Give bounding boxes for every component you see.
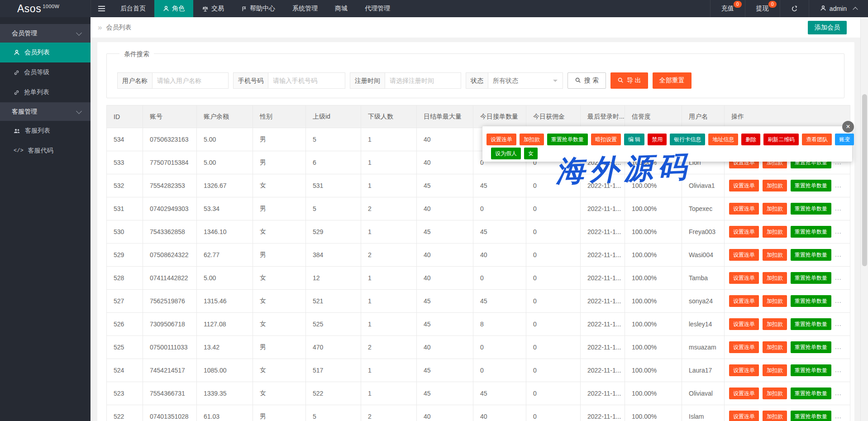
cell-daily_max: 45	[417, 174, 473, 197]
quick-action-提现[interactable]: 提现0	[745, 0, 780, 17]
row-action-加扣款[interactable]: 加扣款	[763, 364, 787, 376]
sidebar-item-label: 客服代码	[28, 147, 53, 155]
add-member-button[interactable]: 添加会员	[808, 21, 847, 34]
row-more-actions[interactable]: ...	[835, 366, 842, 373]
username-input[interactable]	[152, 72, 229, 89]
quick-action-label: 提现	[756, 5, 769, 13]
row-action-加扣款[interactable]: 加扣款	[763, 341, 787, 353]
row-action-加扣款[interactable]: 加扣款	[763, 411, 787, 421]
sidebar-item-客服代码[interactable]: </>客服代码	[0, 141, 91, 161]
popup-action-设为假人[interactable]: 设为假人	[491, 148, 521, 159]
popup-action-暗扣设置[interactable]: 暗扣设置	[591, 134, 621, 145]
status-select[interactable]: 所有状态	[488, 72, 563, 89]
row-action-加扣款[interactable]: 加扣款	[763, 272, 787, 284]
nav-item-后台首页[interactable]: 后台首页	[112, 0, 154, 17]
popup-action-女[interactable]: 女	[524, 148, 538, 159]
popup-action-删除[interactable]: 删除	[741, 134, 760, 145]
row-action-设置连单[interactable]: 设置连单	[729, 203, 759, 215]
row-action-重置抢单数量[interactable]: 重置抢单数量	[791, 249, 831, 261]
popup-action-重置抢单数量[interactable]: 重置抢单数量	[547, 134, 588, 145]
refresh-button[interactable]	[780, 0, 809, 17]
row-action-重置抢单数量[interactable]: 重置抢单数量	[791, 364, 831, 376]
row-more-actions[interactable]: ...	[835, 182, 842, 189]
row-action-设置连单[interactable]: 设置连单	[729, 180, 759, 191]
search-button[interactable]: 搜 索	[568, 72, 606, 89]
nav-item-角色[interactable]: 角色	[154, 0, 193, 17]
row-more-actions[interactable]: ...	[835, 412, 842, 420]
row-action-设置连单[interactable]: 设置连单	[729, 272, 759, 284]
row-more-actions[interactable]: ...	[835, 251, 842, 258]
register-time-input[interactable]	[385, 72, 461, 89]
sidebar-item-抢单列表[interactable]: 抢单列表	[0, 82, 91, 102]
row-action-重置抢单数量[interactable]: 重置抢单数量	[791, 388, 831, 399]
popup-action-查看团队[interactable]: 查看团队	[802, 134, 832, 145]
cell-id: 534	[107, 128, 143, 151]
sidebar-group-会员管理[interactable]: 会员管理	[0, 24, 91, 43]
row-action-重置抢单数量[interactable]: 重置抢单数量	[791, 341, 831, 353]
cell-last_login: 2022-11-1...	[581, 220, 625, 244]
row-action-重置抢单数量[interactable]: 重置抢单数量	[791, 180, 831, 191]
row-more-actions[interactable]: ...	[835, 228, 842, 235]
reset-all-button[interactable]: 全部重置	[653, 72, 692, 89]
row-more-actions[interactable]: ...	[835, 205, 842, 212]
popup-action-禁用[interactable]: 禁用	[648, 134, 667, 145]
row-more-actions[interactable]: ...	[835, 343, 842, 350]
row-action-设置连单[interactable]: 设置连单	[729, 249, 759, 261]
nav-item-帮助中心[interactable]: 帮助中心	[233, 0, 284, 17]
popup-action-设置连单[interactable]: 设置连单	[486, 134, 516, 145]
row-action-设置连单[interactable]: 设置连单	[729, 341, 759, 353]
row-more-actions[interactable]: ...	[835, 274, 842, 281]
popup-actions-row: 设为假人女	[491, 148, 852, 159]
row-action-加扣款[interactable]: 加扣款	[763, 388, 787, 399]
scrollbar-thumb[interactable]	[862, 94, 867, 266]
cell-sub_count: 2	[361, 405, 417, 421]
admin-menu[interactable]: admin	[809, 0, 868, 17]
quick-action-充值[interactable]: 充值0	[710, 0, 745, 17]
row-action-重置抢单数量[interactable]: 重置抢单数量	[791, 226, 831, 238]
export-button[interactable]: 导 出	[610, 72, 648, 89]
row-action-重置抢单数量[interactable]: 重置抢单数量	[791, 411, 831, 421]
nav-item-交易[interactable]: 交易	[193, 0, 233, 17]
row-action-加扣款[interactable]: 加扣款	[763, 318, 787, 330]
popup-action-账变[interactable]: 账变	[835, 134, 854, 145]
row-action-重置抢单数量[interactable]: 重置抢单数量	[791, 272, 831, 284]
row-action-加扣款[interactable]: 加扣款	[763, 180, 787, 191]
app-logo[interactable]: Asos 1000W	[0, 0, 91, 17]
row-more-actions[interactable]: ...	[835, 297, 842, 304]
row-action-设置连单[interactable]: 设置连单	[729, 411, 759, 421]
nav-item-商城[interactable]: 商城	[326, 0, 356, 17]
popup-action-地址信息[interactable]: 地址信息	[708, 134, 738, 145]
row-action-设置连单[interactable]: 设置连单	[729, 226, 759, 238]
row-action-加扣款[interactable]: 加扣款	[763, 203, 787, 215]
close-icon[interactable]: ×	[842, 121, 854, 133]
popup-action-银行卡信息[interactable]: 银行卡信息	[670, 134, 705, 145]
popup-action-编 辑[interactable]: 编 辑	[624, 134, 644, 145]
column-header-ID: ID	[107, 105, 143, 128]
row-action-重置抢单数量[interactable]: 重置抢单数量	[791, 203, 831, 215]
row-action-加扣款[interactable]: 加扣款	[763, 249, 787, 261]
row-action-加扣款[interactable]: 加扣款	[763, 226, 787, 238]
popup-action-刷新二维码[interactable]: 刷新二维码	[763, 134, 799, 145]
nav-item-代理管理[interactable]: 代理管理	[356, 0, 399, 17]
sidebar-group-客服管理[interactable]: 客服管理	[0, 102, 91, 121]
row-action-重置抢单数量[interactable]: 重置抢单数量	[791, 295, 831, 307]
row-more-actions[interactable]: ...	[835, 389, 842, 397]
row-action-设置连单[interactable]: 设置连单	[729, 364, 759, 376]
cell-account: 07508624322	[143, 244, 197, 267]
phone-input[interactable]	[268, 72, 345, 89]
cell-today_commission: 0	[526, 244, 581, 267]
row-action-设置连单[interactable]: 设置连单	[729, 295, 759, 307]
row-more-actions[interactable]: ...	[835, 320, 842, 327]
code-icon: </>	[14, 148, 24, 154]
nav-item-系统管理[interactable]: 系统管理	[284, 0, 326, 17]
row-action-设置连单[interactable]: 设置连单	[729, 388, 759, 399]
chevron-down-icon	[76, 30, 82, 36]
menu-toggle-icon[interactable]	[91, 0, 112, 17]
row-action-加扣款[interactable]: 加扣款	[763, 295, 787, 307]
sidebar-item-客服列表[interactable]: 客服列表	[0, 121, 91, 141]
popup-action-加扣款[interactable]: 加扣款	[520, 134, 544, 145]
sidebar-item-会员等级[interactable]: 会员等级	[0, 62, 91, 82]
sidebar-item-会员列表[interactable]: 会员列表	[0, 43, 91, 62]
row-action-重置抢单数量[interactable]: 重置抢单数量	[791, 318, 831, 330]
row-action-设置连单[interactable]: 设置连单	[729, 318, 759, 330]
